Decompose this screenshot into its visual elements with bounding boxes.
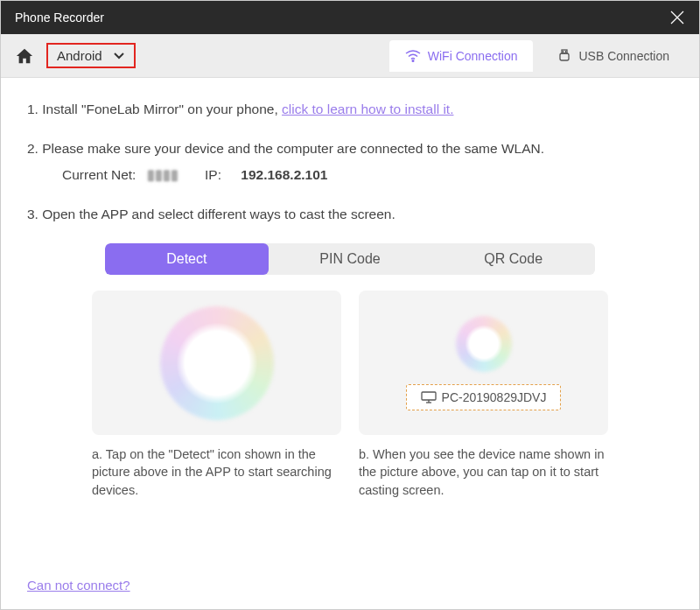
device-graphic [456, 316, 512, 372]
net-label: Current Net: [62, 167, 136, 182]
svg-rect-11 [422, 392, 436, 400]
home-icon[interactable] [15, 47, 34, 65]
captions: a. Tap on the "Detect" icon shown in the… [92, 445, 608, 499]
search-icon-small [473, 333, 494, 354]
wifi-icon [405, 50, 421, 62]
caption-b: b. When you see the device name shown in… [359, 445, 608, 499]
device-name-box[interactable]: PC-20190829JDVJ [406, 384, 562, 410]
platform-label: Android [57, 48, 102, 63]
tab-usb[interactable]: USB Connection [542, 40, 685, 72]
step-2: 2. Please make sure your device and the … [27, 138, 673, 185]
method-qr[interactable]: QR Code [431, 243, 595, 275]
ip-label: IP: [205, 167, 221, 182]
panel-device: PC-20190829JDVJ [359, 291, 608, 435]
toolbar: Android WiFi Connection USB Connection [1, 34, 699, 78]
tab-wifi-label: WiFi Connection [428, 49, 518, 63]
svg-line-10 [485, 345, 487, 347]
app-window: Phone Recorder Android WiFi Connection [0, 0, 700, 610]
step-1: 1. Install "FoneLab Mirror" on your phon… [27, 99, 673, 119]
step-1-text: 1. Install "FoneLab Mirror" on your phon… [27, 102, 282, 116]
chevron-down-icon [113, 52, 125, 60]
network-info: Current Net: ▮▮▮▮ IP: 192.168.2.101 [62, 165, 673, 185]
method-pin[interactable]: PIN Code [269, 243, 432, 275]
connection-tabs: WiFi Connection USB Connection [389, 40, 685, 72]
ip-value: 192.168.2.101 [241, 167, 327, 182]
panel-detect [92, 291, 341, 435]
usb-icon [557, 49, 571, 63]
search-icon [198, 344, 236, 382]
platform-dropdown[interactable]: Android [46, 43, 136, 68]
caption-a: a. Tap on the "Detect" icon shown in the… [92, 445, 341, 499]
svg-point-2 [412, 60, 414, 61]
svg-rect-4 [560, 53, 569, 60]
titlebar: Phone Recorder [1, 1, 699, 34]
tab-wifi[interactable]: WiFi Connection [389, 40, 534, 72]
step-2-text: 2. Please make sure your device and the … [27, 138, 673, 158]
app-title: Phone Recorder [15, 11, 104, 25]
method-tabs: Detect PIN Code QR Code [105, 243, 595, 275]
tab-usb-label: USB Connection [578, 49, 669, 63]
monitor-icon [421, 391, 437, 403]
svg-line-8 [220, 366, 224, 370]
content: 1. Install "FoneLab Mirror" on your phon… [1, 78, 699, 571]
svg-point-7 [210, 356, 220, 367]
install-link[interactable]: click to learn how to install it. [282, 102, 453, 116]
illustration-panels: PC-20190829JDVJ [92, 291, 608, 435]
close-icon[interactable] [669, 10, 685, 25]
footer: Can not connect? [1, 571, 699, 609]
method-detect[interactable]: Detect [105, 243, 269, 275]
device-name: PC-20190829JDVJ [442, 390, 547, 404]
step-3: 3. Open the APP and select different way… [27, 204, 673, 224]
detect-graphic [160, 306, 274, 420]
step-3-text: 3. Open the APP and select different way… [27, 204, 673, 224]
net-ssid: ▮▮▮▮ [147, 167, 178, 182]
svg-point-9 [480, 340, 486, 346]
cannot-connect-link[interactable]: Can not connect? [27, 578, 130, 592]
